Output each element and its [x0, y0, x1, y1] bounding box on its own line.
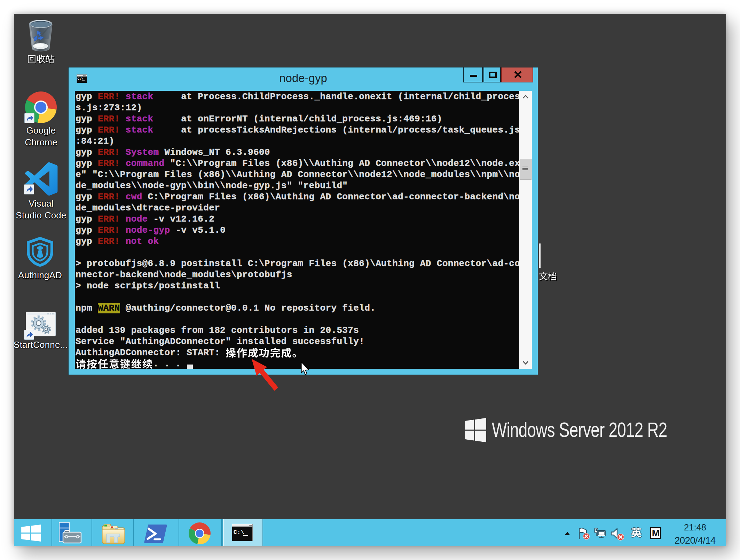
svg-text:C:\: C:\ — [234, 529, 244, 536]
